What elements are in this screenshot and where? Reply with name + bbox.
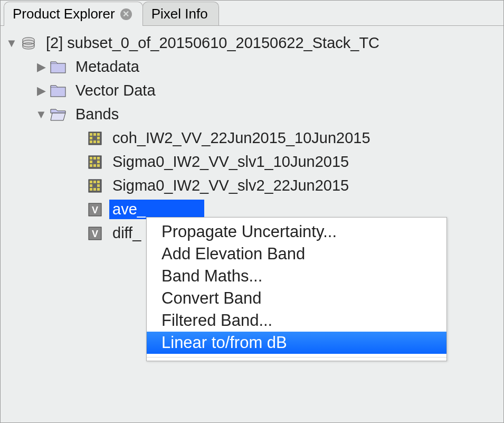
svg-rect-30 <box>93 188 96 191</box>
svg-rect-20 <box>90 164 92 167</box>
svg-text:V: V <box>92 229 98 239</box>
svg-rect-6 <box>90 133 92 136</box>
bands-label: Bands <box>72 105 122 124</box>
svg-rect-18 <box>90 161 92 163</box>
svg-rect-8 <box>97 133 100 136</box>
chevron-down-icon[interactable] <box>33 108 49 121</box>
svg-rect-26 <box>97 181 100 183</box>
svg-rect-24 <box>90 181 92 183</box>
band-icon <box>86 178 104 194</box>
svg-rect-16 <box>93 157 96 159</box>
tree-row-bands[interactable]: Bands <box>4 102 500 126</box>
tab-product-explorer[interactable]: Product Explorer ✕ <box>4 2 143 26</box>
tree-row-product[interactable]: [2] subset_0_of_20150610_20150622_Stack_… <box>4 31 500 55</box>
chevron-right-icon[interactable] <box>33 60 49 74</box>
svg-rect-7 <box>93 133 96 136</box>
svg-rect-13 <box>97 140 100 143</box>
menu-item-filtered-band[interactable]: Filtered Band... <box>147 309 446 332</box>
close-icon[interactable]: ✕ <box>120 8 132 20</box>
tree-row-metadata[interactable]: Metadata <box>4 55 500 79</box>
tree-view: [2] subset_0_of_20150610_20150622_Stack_… <box>1 26 503 250</box>
menu-item-convert-band[interactable]: Convert Band <box>147 287 446 309</box>
band-label: Sigma0_IW2_VV_slv1_10Jun2015 <box>109 152 352 172</box>
band-icon <box>86 130 104 146</box>
svg-rect-27 <box>90 184 92 187</box>
chevron-right-icon[interactable] <box>33 84 49 98</box>
folder-icon <box>49 59 67 75</box>
tree-row-band-sigma2[interactable]: Sigma0_IW2_VV_slv2_22Jun2015 <box>4 174 500 198</box>
svg-rect-17 <box>97 157 100 159</box>
product-icon <box>20 35 37 51</box>
svg-text:V: V <box>92 205 98 215</box>
tab-bar: Product Explorer ✕ Pixel Info <box>1 1 503 26</box>
chevron-down-icon[interactable] <box>4 36 20 50</box>
svg-rect-31 <box>97 188 100 191</box>
open-folder-icon <box>49 107 67 123</box>
svg-rect-4 <box>51 87 65 97</box>
band-label: coh_IW2_VV_22Jun2015_10Jun2015 <box>109 128 374 148</box>
svg-rect-25 <box>93 181 96 183</box>
svg-rect-22 <box>97 164 100 167</box>
tree-row-band-coh[interactable]: coh_IW2_VV_22Jun2015_10Jun2015 <box>4 126 500 150</box>
svg-rect-19 <box>97 161 100 163</box>
virtual-band-icon: V <box>86 202 104 218</box>
band-icon <box>86 154 104 170</box>
tree-row-band-sigma1[interactable]: Sigma0_IW2_VV_slv1_10Jun2015 <box>4 150 500 174</box>
menu-item-add-elevation-band[interactable]: Add Elevation Band <box>147 243 446 265</box>
vector-data-label: Vector Data <box>72 81 159 100</box>
tab-pixel-info[interactable]: Pixel Info <box>142 2 219 26</box>
svg-rect-29 <box>90 188 92 191</box>
svg-rect-3 <box>51 63 65 73</box>
menu-item-band-maths[interactable]: Band Maths... <box>147 265 446 287</box>
band-label: Sigma0_IW2_VV_slv2_22Jun2015 <box>109 176 352 195</box>
tree-row-vector-data[interactable]: Vector Data <box>4 79 500 102</box>
product-label: [2] subset_0_of_20150610_20150622_Stack_… <box>43 33 383 53</box>
svg-rect-15 <box>90 157 92 159</box>
menu-item-propagate-uncertainty[interactable]: Propagate Uncertainty... <box>147 221 446 243</box>
svg-rect-9 <box>90 137 92 139</box>
svg-rect-11 <box>90 140 92 143</box>
band-label: diff_ <box>109 223 144 243</box>
context-menu: Propagate Uncertainty... Add Elevation B… <box>146 217 447 361</box>
tab-label: Product Explorer <box>13 6 115 22</box>
folder-icon <box>49 83 67 99</box>
menu-separator <box>147 357 446 358</box>
band-label-selected: ave_ <box>109 200 204 219</box>
tab-label: Pixel Info <box>151 6 208 22</box>
svg-rect-10 <box>97 137 100 139</box>
menu-item-linear-db[interactable]: Linear to/from dB <box>147 332 446 354</box>
metadata-label: Metadata <box>72 57 142 77</box>
svg-rect-21 <box>93 164 96 167</box>
virtual-band-icon: V <box>86 225 104 241</box>
svg-rect-28 <box>97 184 100 187</box>
svg-rect-12 <box>93 140 96 143</box>
